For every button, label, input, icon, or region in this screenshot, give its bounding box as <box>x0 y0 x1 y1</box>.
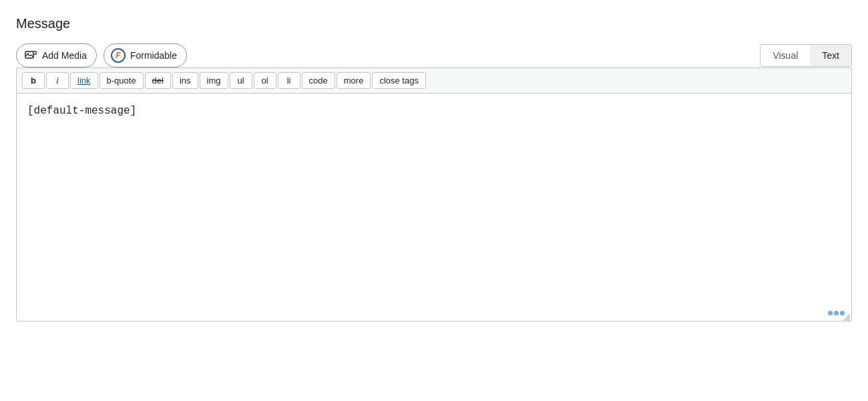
editor-text: [default-message] <box>27 105 136 117</box>
resize-handle[interactable] <box>842 311 850 319</box>
add-media-button[interactable]: Add Media <box>16 43 97 68</box>
format-img-button[interactable]: img <box>200 72 228 89</box>
visual-tab[interactable]: Visual <box>761 45 810 66</box>
dot-1 <box>828 311 833 315</box>
editor-toolbar-row: Add Media F Formidable Visual Text <box>16 43 852 68</box>
editor-content-area[interactable]: [default-message] <box>17 94 851 321</box>
format-ol-button[interactable]: ol <box>254 72 276 89</box>
format-ul-button[interactable]: ul <box>230 72 252 89</box>
format-bold-button[interactable]: b <box>22 72 45 89</box>
dot-2 <box>834 311 839 315</box>
editor-wrapper: b i link b-quote del ins img ul ol li co… <box>16 68 852 321</box>
text-tab[interactable]: Text <box>810 45 851 66</box>
page-title: Message <box>16 16 852 31</box>
add-media-label: Add Media <box>42 50 87 61</box>
format-ins-button[interactable]: ins <box>172 72 198 89</box>
format-bquote-button[interactable]: b-quote <box>99 72 144 89</box>
format-close-tags-button[interactable]: close tags <box>372 72 426 89</box>
format-toolbar: b i link b-quote del ins img ul ol li co… <box>17 68 851 94</box>
format-italic-button[interactable]: i <box>46 72 69 89</box>
format-li-button[interactable]: li <box>278 72 300 89</box>
format-more-button[interactable]: more <box>337 72 371 89</box>
formidable-label: Formidable <box>130 50 177 61</box>
svg-line-7 <box>849 319 850 321</box>
format-del-button[interactable]: del <box>145 72 171 89</box>
format-code-button[interactable]: code <box>302 72 335 89</box>
formidable-button[interactable]: F Formidable <box>103 43 187 68</box>
toolbar-left: Add Media F Formidable <box>16 43 187 68</box>
format-link-button[interactable]: link <box>70 72 98 89</box>
add-media-icon <box>23 48 38 63</box>
view-toggle: Visual Text <box>760 44 852 67</box>
formidable-icon: F <box>111 48 126 63</box>
